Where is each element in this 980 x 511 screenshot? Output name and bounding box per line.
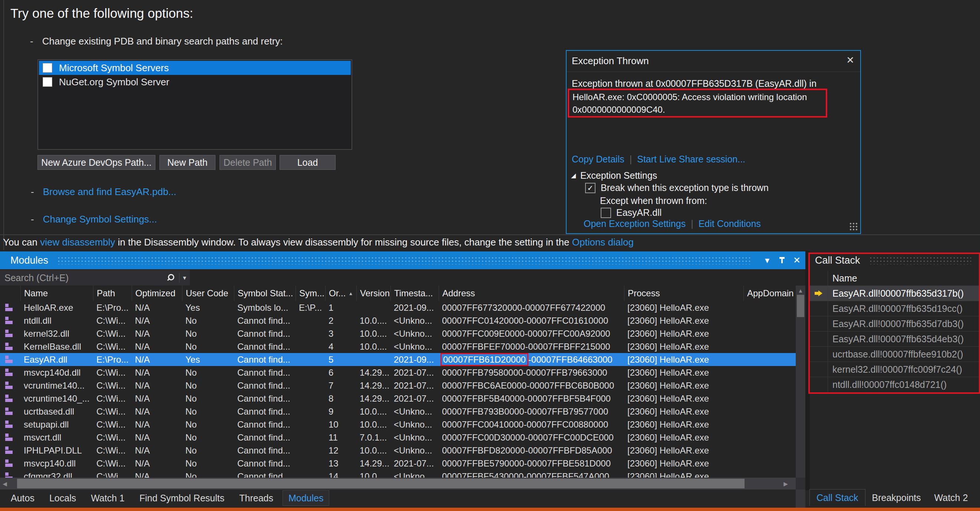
table-row[interactable]: kernel32.dllC:\Wi...N/ANoCannot find...3… [0, 327, 796, 340]
name-column-header[interactable]: Name [828, 271, 857, 285]
new-path-button[interactable]: New Path [159, 155, 215, 170]
table-cell: 7.0.1... [356, 431, 390, 444]
tab-autos[interactable]: Autos [5, 490, 40, 505]
table-row[interactable]: IPHLPAPI.DLLC:\Wi...N/ANoCannot find...1… [0, 444, 796, 457]
scroll-left-icon[interactable]: ◀ [0, 481, 10, 487]
checkbox-unchecked-icon[interactable] [43, 63, 52, 73]
browse-pdb-link[interactable]: Browse and find EasyAR.pdb... [43, 186, 177, 197]
table-row[interactable]: msvcrt.dllC:\Wi...N/ANoCannot find...117… [0, 431, 796, 444]
column-header[interactable]: Or...▴ [325, 285, 356, 301]
tab-threads[interactable]: Threads [234, 490, 279, 505]
stack-frame-row[interactable]: ntdll.dll!00007ffc0148d721() [810, 377, 980, 392]
checkbox-unchecked-icon[interactable] [601, 208, 611, 218]
table-cell [743, 431, 795, 444]
scroll-right-icon[interactable]: ▶ [781, 481, 791, 487]
table-row[interactable]: vcruntime140_...C:\Wi...N/ANoCannot find… [0, 392, 796, 405]
table-cell: 2021-09... [390, 353, 439, 366]
close-icon[interactable]: ✕ [846, 54, 854, 66]
tab-call-stack[interactable]: Call Stack [810, 489, 865, 506]
vertical-scroll-thumb[interactable] [797, 295, 804, 317]
table-row[interactable]: EasyAR.dllE:\Pro...N/AYesCannot find...5… [0, 353, 796, 366]
table-cell: C:\Wi... [93, 327, 132, 340]
symbol-server-list[interactable]: Microsoft Symbol Servers NuGet.org Symbo… [37, 59, 352, 150]
column-header[interactable]: Timesta... [390, 285, 439, 301]
column-header[interactable]: Optimized [132, 285, 182, 301]
checkbox-unchecked-icon[interactable] [43, 77, 52, 87]
bullet-change-settings: -Change Symbol Settings... [31, 213, 157, 225]
table-row[interactable]: msvcp140.dllC:\Wi...N/ANoCannot find...1… [0, 457, 796, 470]
tab-watch-1[interactable]: Watch 1 [85, 490, 130, 505]
change-symbol-settings-link[interactable]: Change Symbol Settings... [43, 213, 157, 225]
module-icon [5, 317, 13, 325]
column-header[interactable]: Path [93, 285, 132, 301]
table-row[interactable]: KernelBase.dllC:\Wi...N/ANoCannot find..… [0, 340, 796, 353]
delete-path-button[interactable]: Delete Path [220, 155, 276, 170]
symbol-server-item-microsoft[interactable]: Microsoft Symbol Servers [39, 61, 351, 75]
table-cell: 4 [325, 340, 356, 353]
scroll-up-icon[interactable]: ▲ [796, 287, 805, 294]
live-share-link[interactable]: Start Live Share session... [637, 154, 745, 165]
frame-gutter [810, 347, 828, 361]
copy-details-link[interactable]: Copy Details [572, 154, 624, 165]
modules-search-box[interactable]: Search (Ctrl+E) ▾ [0, 270, 190, 285]
horizontal-scroll-thumb[interactable] [17, 479, 745, 489]
tab-locals[interactable]: Locals [44, 490, 81, 505]
table-row[interactable]: ntdll.dllC:\Wi...N/ANoCannot find...210.… [0, 314, 796, 327]
call-stack-title-bar[interactable]: Call Stack [810, 252, 980, 269]
modules-title-bar[interactable]: Modules ▾ ✕ [0, 252, 805, 269]
load-button[interactable]: Load [280, 155, 336, 170]
table-row[interactable]: HelloAR.exeE:\Pro...N/AYesSymbols lo...E… [0, 301, 796, 314]
view-disassembly-link[interactable]: view disassembly [40, 237, 115, 248]
edit-conditions-link[interactable]: Edit Conditions [698, 218, 761, 229]
column-header[interactable]: AppDomain [743, 285, 795, 301]
stack-frame-row[interactable]: kernel32.dll!00007ffc009f7c24() [810, 361, 980, 377]
column-header[interactable]: Version [356, 285, 390, 301]
tab-watch-2[interactable]: Watch 2 [928, 489, 975, 506]
table-cell: N/A [132, 457, 182, 470]
stack-frame-row[interactable]: EasyAR.dll!00007ffb635d19cc() [810, 301, 980, 316]
table-row[interactable]: setupapi.dllC:\Wi...N/ANoCannot find...1… [0, 418, 796, 431]
table-cell: No [182, 392, 234, 405]
stack-frame-row[interactable]: EasyAR.dll!00007ffb635d7db3() [810, 316, 980, 331]
search-icon[interactable] [167, 274, 174, 282]
table-cell: No [182, 418, 234, 431]
pin-icon[interactable] [776, 254, 788, 267]
tab-exc[interactable]: Exc [974, 489, 980, 506]
open-exception-settings-link[interactable]: Open Exception Settings [584, 218, 686, 229]
resize-grip[interactable] [849, 222, 858, 231]
table-cell [743, 327, 795, 340]
stack-frame-row[interactable]: EasyAR.dll!00007ffb635d4eb3() [810, 331, 980, 346]
tab-breakpoints[interactable]: Breakpoints [865, 489, 928, 506]
modules-table-header[interactable]: NamePathOptimizedUser CodeSymbol Stat...… [0, 285, 795, 301]
table-row[interactable]: cfgmgr32.dllC:\Wi...N/ANoCannot find...1… [0, 470, 796, 478]
table-cell: 00007FFB793B0000-00007FFB79577000 [439, 405, 624, 418]
column-header[interactable]: Address [439, 285, 624, 301]
tab-find-symbol-results[interactable]: Find Symbol Results [134, 490, 230, 505]
close-icon[interactable]: ✕ [791, 254, 803, 267]
vertical-scrollbar[interactable]: ▲ ▼ [796, 285, 805, 511]
table-row[interactable]: vcruntime140...C:\Wi...N/ANoCannot find.… [0, 379, 796, 392]
column-header[interactable]: Name [21, 285, 93, 301]
column-header[interactable]: Sym... [296, 285, 325, 301]
stack-frame-row[interactable]: EasyAR.dll!00007ffb635d317b() [810, 285, 980, 301]
column-header[interactable]: User Code [182, 285, 234, 301]
checkbox-checked-icon[interactable]: ✓ [585, 183, 595, 193]
tab-modules[interactable]: Modules [283, 490, 329, 506]
stack-frame-row[interactable]: ucrtbase.dll!00007ffbfee910b2() [810, 346, 980, 361]
table-cell: KernelBase.dll [21, 340, 93, 353]
column-header[interactable]: Process [624, 285, 743, 301]
options-dialog-link[interactable]: Options dialog [572, 237, 634, 248]
table-cell: Cannot find... [234, 444, 296, 457]
stack-frame-label: ucrtbase.dll!00007ffbfee910b2() [828, 347, 963, 361]
column-header[interactable]: Symbol Stat... [234, 285, 296, 301]
table-row[interactable]: ucrtbased.dllC:\Wi...N/ANoCannot find...… [0, 405, 796, 418]
search-dropdown-chevron-icon[interactable]: ▾ [179, 273, 186, 283]
icon-column-header[interactable] [0, 285, 21, 301]
new-azure-devops-path-button[interactable]: New Azure DevOps Path... [37, 155, 155, 170]
symbol-server-label: Microsoft Symbol Servers [59, 62, 169, 74]
horizontal-scrollbar[interactable]: ◀ ▶ [0, 478, 796, 489]
symbol-server-item-nuget[interactable]: NuGet.org Symbol Server [39, 75, 351, 89]
table-row[interactable]: msvcp140d.dllC:\Wi...N/ANoCannot find...… [0, 366, 796, 379]
exception-settings-expander[interactable]: ◢ Exception Settings [571, 170, 657, 181]
window-position-chevron-icon[interactable]: ▾ [761, 254, 773, 267]
